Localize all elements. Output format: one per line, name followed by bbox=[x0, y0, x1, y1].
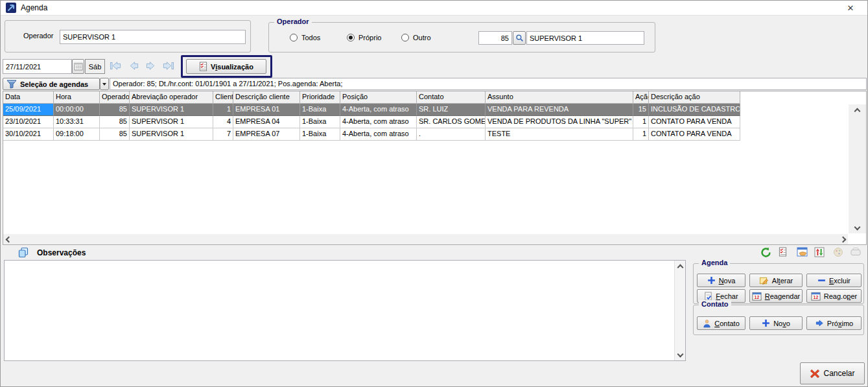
cell[interactable]: TESTE bbox=[486, 128, 633, 141]
cell[interactable]: 7 bbox=[213, 128, 233, 141]
cell[interactable]: SR. LUIZ bbox=[417, 104, 486, 116]
column-header[interactable]: Descrição ação bbox=[649, 91, 740, 104]
column-header[interactable]: Hora bbox=[54, 91, 100, 104]
cell[interactable]: 1 bbox=[633, 116, 649, 128]
cell[interactable]: 1-Baixa bbox=[300, 116, 340, 128]
scroll-down-icon[interactable] bbox=[852, 222, 862, 232]
radio-proprio[interactable]: Próprio bbox=[347, 34, 381, 41]
operator-input[interactable] bbox=[60, 30, 246, 44]
cell[interactable]: 4-Aberta, com atraso bbox=[340, 128, 417, 141]
contato-contato-button[interactable]: Contato bbox=[697, 316, 745, 330]
cell[interactable]: VENDA PARA REVENDA bbox=[486, 104, 633, 116]
grid-row[interactable]: 30/10/202109:18:0085SUPERVISOR 17EMPRESA… bbox=[3, 128, 740, 141]
agenda-excluir-button[interactable]: Excluir bbox=[806, 274, 862, 287]
cell[interactable]: 4-Aberta, com atraso bbox=[340, 116, 417, 128]
grid-vertical-scrollbar[interactable] bbox=[849, 104, 866, 233]
grid-row[interactable]: 25/09/202100:00:0085SUPERVISOR 11EMPRESA… bbox=[3, 104, 740, 116]
keyboard-icon[interactable] bbox=[850, 247, 861, 256]
palette-icon[interactable] bbox=[833, 247, 843, 257]
cell[interactable]: 15 bbox=[633, 104, 649, 116]
column-header[interactable]: Prioridade bbox=[300, 91, 340, 104]
selecao-agendas-button[interactable]: Seleção de agendas bbox=[3, 78, 100, 90]
transfer-icon[interactable] bbox=[814, 247, 825, 257]
cell[interactable]: 10:33:31 bbox=[54, 116, 100, 128]
observations-textarea[interactable] bbox=[4, 260, 686, 361]
cell[interactable]: 1-Baixa bbox=[300, 104, 340, 116]
cell[interactable]: 85 bbox=[100, 128, 130, 141]
agenda-reagendar-button[interactable]: 12Reagendar bbox=[749, 289, 803, 303]
selecao-dropdown-button[interactable] bbox=[100, 78, 109, 90]
operator-lookup-button[interactable] bbox=[513, 31, 526, 45]
column-header[interactable]: Posição bbox=[340, 91, 417, 104]
radio-todos[interactable]: Todos bbox=[290, 34, 320, 41]
scroll-right-icon[interactable] bbox=[838, 234, 848, 244]
agenda-reag.oper-button[interactable]: 12Reag.oper bbox=[806, 289, 862, 303]
plus-icon bbox=[762, 319, 770, 327]
column-header[interactable]: Assunto bbox=[486, 91, 633, 104]
column-header[interactable]: Cliente bbox=[213, 91, 233, 104]
funnel-icon bbox=[6, 80, 17, 89]
nav-first-button[interactable] bbox=[108, 60, 123, 71]
column-header[interactable]: Ação bbox=[633, 91, 649, 104]
agenda-window: Agenda ✕ Operador Operador TodosPróprioO… bbox=[0, 0, 868, 387]
cell[interactable]: 85 bbox=[100, 116, 130, 128]
obs-scroll-down-icon[interactable] bbox=[675, 349, 685, 359]
pages-icon[interactable] bbox=[18, 247, 29, 258]
cell[interactable]: EMPRESA 01 bbox=[233, 104, 300, 116]
cell[interactable]: 1-Baixa bbox=[300, 128, 340, 141]
cell[interactable]: 4 bbox=[213, 116, 233, 128]
operator-name-field[interactable] bbox=[526, 31, 644, 45]
cell[interactable]: CONTATO PARA VENDA bbox=[649, 128, 740, 141]
agenda-alterar-button[interactable]: Alterar bbox=[749, 274, 803, 287]
arrow-previous-icon bbox=[126, 60, 141, 71]
scroll-left-icon[interactable] bbox=[3, 234, 14, 244]
cell[interactable]: INCLUSÃO DE CADASTRO bbox=[649, 104, 740, 116]
cell[interactable]: 4-Aberta, com atraso bbox=[340, 104, 417, 116]
cell[interactable]: 1 bbox=[633, 128, 649, 141]
calendar-picker-button[interactable] bbox=[72, 59, 84, 74]
contato-proximo-button[interactable]: Próximo bbox=[806, 316, 862, 330]
cell[interactable]: 23/10/2021 bbox=[3, 116, 54, 128]
refresh-icon[interactable] bbox=[760, 247, 771, 258]
cell[interactable]: 09:18:00 bbox=[54, 128, 100, 141]
column-header[interactable]: Contato bbox=[417, 91, 486, 104]
cell[interactable]: 30/10/2021 bbox=[3, 128, 54, 141]
cell[interactable]: CONTATO PARA VENDA bbox=[649, 116, 740, 128]
column-header[interactable]: Abreviação operador bbox=[130, 91, 213, 104]
obs-scroll-up-icon[interactable] bbox=[675, 262, 685, 272]
operator-code-field[interactable] bbox=[478, 31, 512, 45]
cell[interactable]: EMPRESA 04 bbox=[233, 116, 300, 128]
scroll-up-icon[interactable] bbox=[852, 106, 862, 116]
cell[interactable]: SUPERVISOR 1 bbox=[130, 128, 213, 141]
nav-previous-button[interactable] bbox=[126, 60, 141, 71]
cell[interactable]: SUPERVISOR 1 bbox=[130, 104, 213, 116]
operator-group: Operador TodosPróprioOutro bbox=[268, 22, 655, 53]
contato-novo-button[interactable]: Novo bbox=[749, 316, 803, 330]
column-header[interactable]: Data bbox=[3, 91, 54, 104]
nav-last-button[interactable] bbox=[161, 60, 176, 71]
cancel-button[interactable]: Cancelar bbox=[800, 362, 865, 384]
cell[interactable]: 1 bbox=[213, 104, 233, 116]
column-header[interactable]: Operador bbox=[100, 91, 130, 104]
cell[interactable]: SR. CARLOS GOMES bbox=[417, 116, 486, 128]
cell[interactable]: SUPERVISOR 1 bbox=[130, 116, 213, 128]
date-input[interactable] bbox=[3, 59, 72, 74]
observations-scrollbar[interactable] bbox=[674, 261, 685, 360]
cell[interactable]: EMPRESA 07 bbox=[233, 128, 300, 141]
grid-row[interactable]: 23/10/202110:33:3185SUPERVISOR 14EMPRESA… bbox=[3, 116, 740, 128]
column-header[interactable]: Descrição cliente bbox=[233, 91, 300, 104]
nav-next-button[interactable] bbox=[144, 60, 158, 71]
calendar-icon bbox=[74, 62, 83, 71]
cell[interactable]: . bbox=[417, 128, 486, 141]
cell[interactable]: 85 bbox=[100, 104, 130, 116]
schedule-handshake-icon[interactable] bbox=[797, 247, 809, 257]
grid-horizontal-scrollbar[interactable] bbox=[3, 234, 848, 244]
agenda-nova-button[interactable]: Nova bbox=[697, 274, 745, 287]
close-icon[interactable]: ✕ bbox=[841, 2, 860, 14]
cell[interactable]: 00:00:00 bbox=[54, 104, 100, 116]
cell[interactable]: VENDA DE PRODUTOS DA LINHA "SUPER" bbox=[486, 116, 633, 128]
checklist-icon[interactable] bbox=[779, 247, 787, 257]
cell[interactable]: 25/09/2021 bbox=[3, 104, 54, 116]
visualizacao-button[interactable]: Visualização bbox=[186, 59, 266, 74]
radio-outro[interactable]: Outro bbox=[401, 34, 431, 41]
